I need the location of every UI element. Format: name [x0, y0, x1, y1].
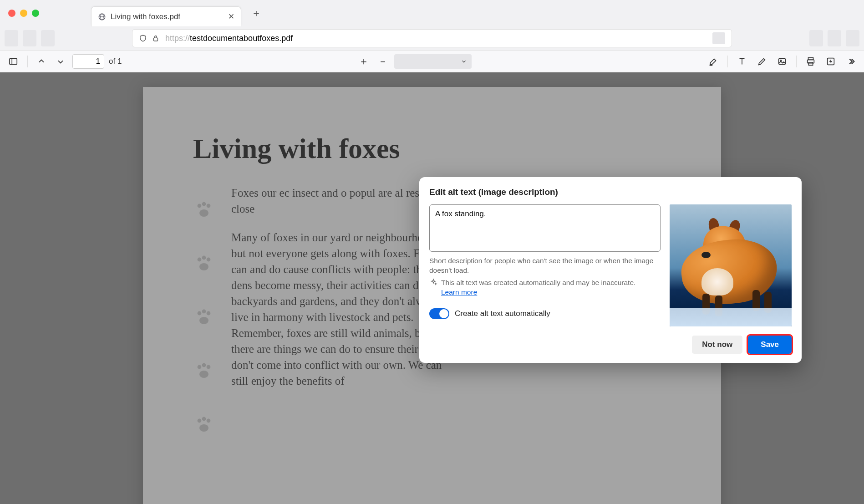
- save-button[interactable]: Save: [748, 336, 792, 354]
- auto-generated-note: This alt text was created automatically …: [429, 278, 661, 297]
- ext-placeholder-2[interactable]: [828, 30, 841, 46]
- zoom-in-button[interactable]: ＋: [356, 53, 371, 70]
- lock-icon[interactable]: [152, 34, 160, 42]
- nav-reload-placeholder[interactable]: [41, 30, 55, 46]
- page-total-label: of 1: [109, 57, 122, 66]
- svg-rect-7: [779, 58, 786, 64]
- close-tab-button[interactable]: ✕: [228, 12, 234, 21]
- window-controls: [8, 10, 39, 17]
- image-tool-button[interactable]: [774, 55, 790, 68]
- url-action-placeholder[interactable]: [712, 32, 725, 44]
- globe-icon: [98, 13, 106, 21]
- nav-forward-placeholder[interactable]: [23, 30, 36, 46]
- sidebar-toggle-button[interactable]: [5, 55, 21, 68]
- close-window-button[interactable]: [8, 10, 15, 17]
- shield-icon[interactable]: [139, 34, 147, 42]
- pdf-viewport[interactable]: Living with foxes Foxes our ec insect an…: [0, 72, 864, 504]
- learn-more-link[interactable]: Learn more: [441, 288, 477, 296]
- ext-placeholder-1[interactable]: [809, 30, 823, 46]
- chevron-down-icon: [461, 58, 467, 65]
- sparkle-icon: [429, 278, 437, 297]
- url-bar[interactable]: https://testdocumentaboutfoxes.pdf: [132, 29, 732, 47]
- svg-rect-4: [10, 58, 17, 64]
- not-now-button[interactable]: Not now: [692, 336, 742, 354]
- alt-text-input[interactable]: [429, 204, 661, 252]
- svg-rect-3: [154, 38, 158, 41]
- more-tools-button[interactable]: [843, 55, 859, 68]
- prev-page-button[interactable]: [34, 55, 49, 68]
- download-button[interactable]: [823, 55, 839, 68]
- text-tool-button[interactable]: [734, 55, 750, 68]
- toggle-label: Create alt text automatically: [455, 309, 550, 318]
- page-number-input[interactable]: [72, 54, 104, 69]
- ext-placeholder-3[interactable]: [846, 30, 859, 46]
- tab-strip: Living with foxes.pdf ✕ ＋: [0, 0, 864, 26]
- minimize-window-button[interactable]: [20, 10, 27, 17]
- highlight-tool-button[interactable]: [706, 55, 721, 68]
- nav-back-placeholder[interactable]: [5, 30, 18, 46]
- tab-title: Living with foxes.pdf: [111, 12, 224, 21]
- tab-living-with-foxes[interactable]: Living with foxes.pdf ✕: [91, 6, 241, 26]
- svg-rect-11: [808, 62, 813, 65]
- next-page-button[interactable]: [53, 55, 68, 68]
- print-button[interactable]: [803, 55, 818, 68]
- pdf-toolbar: of 1 ＋ －: [0, 51, 864, 72]
- auto-alt-text-toggle[interactable]: [429, 308, 449, 319]
- image-preview: [670, 204, 792, 326]
- zoom-select[interactable]: [394, 54, 472, 69]
- dialog-title: Edit alt text (image description): [429, 187, 792, 197]
- new-tab-button[interactable]: ＋: [248, 5, 265, 22]
- zoom-out-button[interactable]: －: [375, 53, 391, 70]
- toolbar-row: https://testdocumentaboutfoxes.pdf: [0, 26, 864, 50]
- draw-tool-button[interactable]: [754, 55, 770, 68]
- maximize-window-button[interactable]: [32, 10, 39, 17]
- alt-text-hint: Short description for people who can't s…: [429, 256, 661, 275]
- edit-alt-text-dialog: Edit alt text (image description) Short …: [419, 177, 802, 363]
- browser-chrome: Living with foxes.pdf ✕ ＋ https://testdo…: [0, 0, 864, 51]
- url-text: https://testdocumentaboutfoxes.pdf: [165, 34, 293, 43]
